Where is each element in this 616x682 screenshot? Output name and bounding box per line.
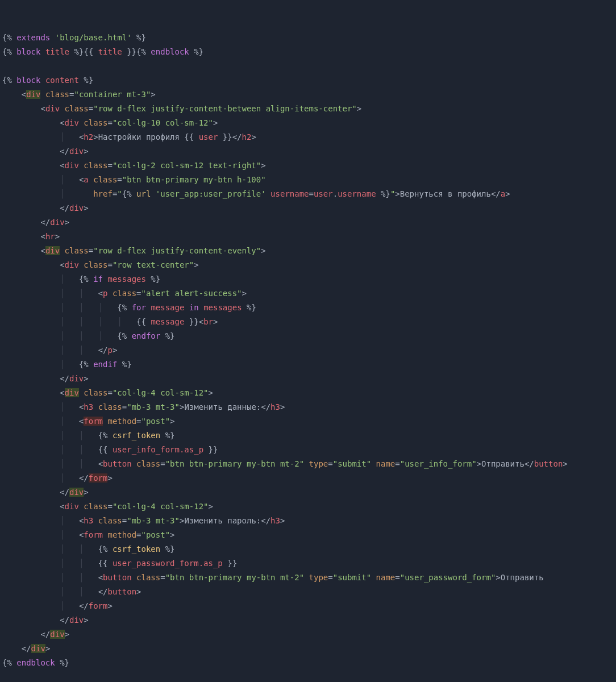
code-line: │ │ {% csrf_token %} (2, 542, 614, 556)
code-line: <div class="col-lg-2 col-sm-12 text-righ… (2, 159, 614, 173)
code-line: │ │ │ {% endfor %} (2, 329, 614, 343)
code-line: │ │ {{ user_info_form.as_p }} (2, 443, 614, 457)
code-line: {% extends 'blog/base.html' %} (2, 31, 614, 45)
code-line: <div class="row text-center"> (2, 258, 614, 272)
code-line: │ <form method="post"> (2, 414, 614, 429)
code-line: │ │ {{ user_password_form.as_p }} (2, 556, 614, 571)
code-line: │ <form method="post"> (2, 528, 614, 542)
code-line: │ </form> (2, 471, 614, 485)
code-line: │ </form> (2, 599, 614, 613)
code-line: </div> (2, 144, 614, 159)
code-line: │ │ {% csrf_token %} (2, 429, 614, 443)
code-line: {% endblock %} (2, 656, 614, 670)
code-line: {% block title %}{{ title }}{% endblock … (2, 45, 614, 59)
code-line (2, 59, 614, 73)
code-line: <div class="col-lg-10 col-sm-12"> (2, 116, 614, 130)
code-line: │ <a class="btn btn-primary my-btn h-100… (2, 173, 614, 187)
code-line: │ {% if messages %} (2, 272, 614, 286)
code-editor[interactable]: {% extends 'blog/base.html' %}{% block t… (2, 31, 614, 670)
code-line: │ <h3 class="mb-3 mt-3">Изменить данные:… (2, 400, 614, 414)
code-line: │ <h3 class="mb-3 mt-3">Изменить пароль:… (2, 514, 614, 528)
code-line: │ │ <button class="btn btn-primary my-bt… (2, 457, 614, 471)
code-line: <div class="col-lg-4 col-sm-12"> (2, 386, 614, 400)
code-line: │ │ <button class="btn btn-primary my-bt… (2, 571, 614, 585)
code-line: │ href="{% url 'user_app:user_profile' u… (2, 187, 614, 201)
code-line: │ │ <p class="alert alert-success"> (2, 286, 614, 301)
code-line: │ <h2>Настройки профиля {{ user }}</h2> (2, 130, 614, 144)
code-line: </div> (2, 372, 614, 386)
code-line: <hr> (2, 230, 614, 244)
code-line: <div class="container mt-3"> (2, 88, 614, 102)
code-line: <div class="row d-flex justify-content-e… (2, 244, 614, 258)
code-line: │ │ </p> (2, 343, 614, 357)
code-line: </div> (2, 642, 614, 656)
code-line: │ │ │ {% for message in messages %} (2, 301, 614, 315)
code-line: │ {% endif %} (2, 357, 614, 372)
code-line: {% block content %} (2, 73, 614, 88)
code-line: <div class="row d-flex justify-content-b… (2, 102, 614, 116)
code-line: </div> (2, 215, 614, 230)
code-line: </div> (2, 201, 614, 215)
code-line: </div> (2, 613, 614, 627)
code-line: │ │ </button> (2, 585, 614, 599)
code-line: </div> (2, 485, 614, 500)
code-line: <div class="col-lg-4 col-sm-12"> (2, 500, 614, 514)
code-line: </div> (2, 627, 614, 642)
code-line: │ │ │ │ {{ message }}<br> (2, 315, 614, 329)
